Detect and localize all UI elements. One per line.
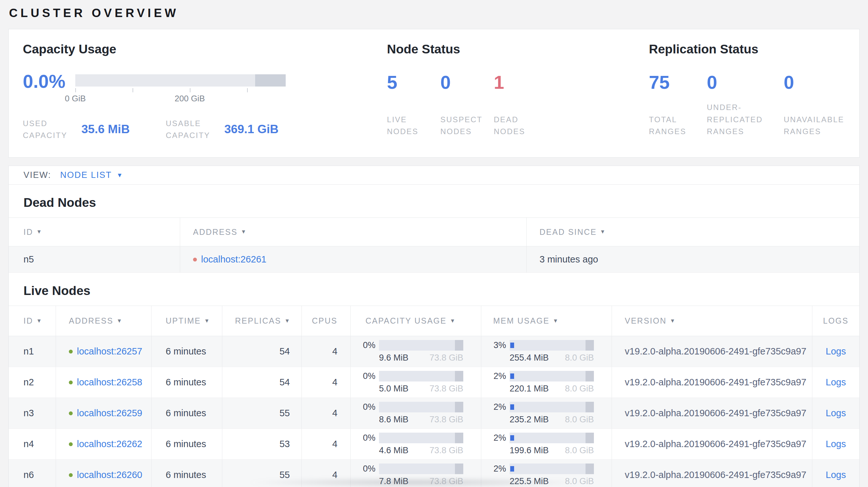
mem-percent-label: 3% bbox=[481, 340, 509, 351]
capacity-used: 5.0 MiB bbox=[379, 384, 409, 394]
dead-nodes-label: Dead Nodes bbox=[494, 113, 541, 137]
sort-arrow-icon: ▼ bbox=[36, 229, 42, 235]
replication-status-section: Replication Status 75 Total Ranges 0 Und… bbox=[649, 42, 859, 157]
capacity-bar: 0 GiB 200 GiB bbox=[75, 74, 286, 104]
logs-link[interactable]: Logs bbox=[826, 408, 846, 419]
mem-mini-bar bbox=[509, 402, 594, 412]
dead-col-header-address[interactable]: Address▼ bbox=[180, 218, 526, 246]
node-address-link[interactable]: localhost:26258 bbox=[77, 377, 142, 388]
node-version: v19.2.0-alpha.20190606-2491-gfe735c9a97 bbox=[612, 429, 812, 459]
live-status-dot-icon bbox=[69, 442, 73, 446]
capacity-percent-label: 0% bbox=[351, 463, 379, 474]
node-capacity-cell: 0% 9.6 MiB 73.8 GiB bbox=[350, 336, 481, 367]
sort-arrow-icon: ▼ bbox=[117, 318, 122, 324]
live-col-header-address[interactable]: Address▼ bbox=[56, 306, 151, 336]
node-address-link[interactable]: localhost:26262 bbox=[77, 439, 142, 449]
table-row: n2 localhost:26258 6 minutes 54 4 0% 5.0… bbox=[9, 367, 859, 398]
live-status-dot-icon bbox=[69, 412, 73, 415]
node-id: n6 bbox=[9, 469, 56, 480]
node-uptime: 6 minutes bbox=[151, 367, 222, 397]
logs-link[interactable]: Logs bbox=[826, 377, 846, 388]
node-version: v19.2.0-alpha.20190606-2491-gfe735c9a97 bbox=[612, 398, 812, 428]
mem-total: 8.0 GiB bbox=[565, 384, 594, 394]
mem-mini-bar bbox=[509, 463, 594, 474]
live-col-header-uptime[interactable]: Uptime▼ bbox=[151, 306, 222, 336]
capacity-total: 73.8 GiB bbox=[430, 353, 463, 363]
table-row: n3 localhost:26259 6 minutes 55 4 0% 8.6… bbox=[9, 398, 859, 429]
capacity-percent-label: 0% bbox=[351, 371, 379, 382]
dead-nodes-table: ID▼ Address▼ Dead Since▼ n5 localhost:26… bbox=[9, 218, 859, 273]
node-capacity-cell: 0% 8.6 MiB 73.8 GiB bbox=[350, 398, 481, 428]
node-address-cell: localhost:26260 bbox=[56, 460, 151, 487]
used-capacity-label: Used Capacity bbox=[23, 118, 78, 141]
capacity-tick-label-0: 0 GiB bbox=[65, 94, 86, 104]
view-selector[interactable]: Node List ▼ bbox=[60, 170, 123, 180]
node-uptime: 6 minutes bbox=[151, 336, 222, 367]
sort-arrow-icon: ▼ bbox=[670, 318, 675, 324]
mem-total: 8.0 GiB bbox=[565, 353, 594, 363]
node-replicas: 54 bbox=[222, 336, 302, 367]
table-row: n4 localhost:26262 6 minutes 53 4 0% 4.6… bbox=[9, 429, 859, 460]
capacity-usage-title: Capacity Usage bbox=[23, 42, 387, 56]
live-col-header-mem[interactable]: Mem Usage▼ bbox=[481, 306, 612, 336]
dead-nodes-count: 1 bbox=[494, 74, 547, 90]
node-address-cell: localhost:26259 bbox=[56, 398, 151, 428]
sort-arrow-icon: ▼ bbox=[600, 229, 606, 235]
node-address-link[interactable]: localhost:26259 bbox=[77, 408, 142, 419]
capacity-total: 73.8 GiB bbox=[430, 384, 463, 394]
node-address-link[interactable]: localhost:26257 bbox=[77, 346, 142, 357]
capacity-used: 9.6 MiB bbox=[379, 353, 409, 363]
mem-percent-label: 2% bbox=[481, 371, 509, 382]
live-nodes-table: ID▼ Address▼ Uptime▼ Replicas▼ CPUs Capa… bbox=[9, 305, 859, 487]
node-version: v19.2.0-alpha.20190606-2491-gfe735c9a97 bbox=[612, 367, 812, 397]
sort-arrow-icon: ▼ bbox=[241, 229, 246, 235]
live-status-dot-icon bbox=[69, 350, 73, 354]
sort-arrow-icon: ▼ bbox=[284, 318, 290, 324]
usable-capacity-label: Usable Capacity bbox=[166, 118, 221, 141]
node-address-cell: localhost:26257 bbox=[56, 336, 151, 367]
node-capacity-cell: 0% 4.6 MiB 73.8 GiB bbox=[350, 429, 481, 459]
dead-node-dead-since: 3 minutes ago bbox=[526, 247, 859, 272]
capacity-mini-bar bbox=[379, 402, 463, 412]
under-replicated-label: Under-replicated Ranges bbox=[707, 101, 775, 137]
capacity-mini-bar bbox=[379, 340, 463, 351]
live-col-header-version[interactable]: Version▼ bbox=[612, 306, 812, 336]
total-ranges-count: 75 bbox=[649, 74, 707, 90]
dead-col-header-id[interactable]: ID▼ bbox=[9, 218, 180, 246]
node-logs-cell: Logs bbox=[812, 367, 859, 397]
live-col-header-logs: Logs bbox=[812, 306, 859, 336]
live-col-header-capacity[interactable]: Capacity Usage▼ bbox=[350, 306, 481, 336]
logs-link[interactable]: Logs bbox=[826, 469, 846, 480]
unavailable-ranges-count: 0 bbox=[784, 74, 859, 90]
node-version: v19.2.0-alpha.20190606-2491-gfe735c9a97 bbox=[612, 460, 812, 487]
capacity-percent-label: 0% bbox=[351, 340, 379, 351]
capacity-mini-bar bbox=[379, 433, 463, 443]
capacity-mini-bar bbox=[379, 463, 463, 474]
node-mem-cell: 2% 235.2 MiB 8.0 GiB bbox=[481, 398, 612, 428]
node-id: n2 bbox=[9, 377, 56, 388]
dead-node-address-link[interactable]: localhost:26261 bbox=[201, 254, 267, 265]
live-col-header-replicas[interactable]: Replicas▼ bbox=[222, 306, 302, 336]
capacity-tick-label-200: 200 GiB bbox=[175, 94, 205, 104]
logs-link[interactable]: Logs bbox=[826, 439, 846, 449]
dead-nodes-heading: Dead Nodes bbox=[9, 185, 859, 218]
node-cpus: 4 bbox=[302, 336, 350, 367]
usable-capacity-value: 369.1 GiB bbox=[224, 123, 279, 136]
dead-col-header-dead-since[interactable]: Dead Since▼ bbox=[526, 218, 859, 246]
mem-percent-label: 2% bbox=[481, 402, 509, 412]
live-col-header-id[interactable]: ID▼ bbox=[9, 306, 56, 336]
logs-link[interactable]: Logs bbox=[826, 346, 846, 357]
dead-node-address-cell: localhost:26261 bbox=[180, 247, 526, 272]
node-status-section: Node Status 5 Live Nodes 0 Suspect Nodes… bbox=[387, 42, 649, 157]
node-address-link[interactable]: localhost:26260 bbox=[77, 469, 142, 480]
capacity-total: 73.8 GiB bbox=[430, 415, 463, 425]
node-capacity-cell: 0% 5.0 MiB 73.8 GiB bbox=[350, 367, 481, 397]
view-selected-value[interactable]: Node List bbox=[60, 170, 112, 180]
bottom-shadow bbox=[248, 478, 582, 487]
capacity-usage-section: Capacity Usage 0.0% 0 GiB 200 GiB Used C… bbox=[23, 42, 387, 157]
live-nodes-heading: Live Nodes bbox=[9, 273, 859, 305]
node-address-cell: localhost:26258 bbox=[56, 367, 151, 397]
node-logs-cell: Logs bbox=[812, 398, 859, 428]
node-cpus: 4 bbox=[302, 367, 350, 397]
live-nodes-label: Live Nodes bbox=[387, 113, 435, 137]
